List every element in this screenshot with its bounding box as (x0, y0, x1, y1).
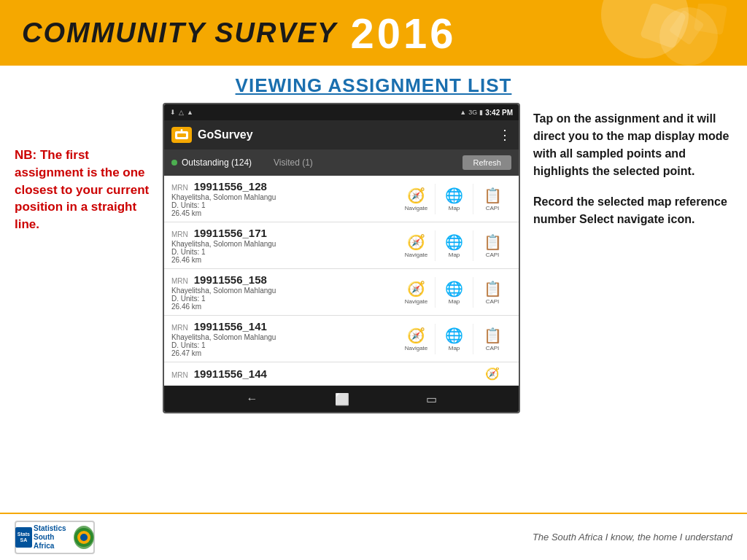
stats-text-block: StatsSA Statistics South Africa (15, 524, 69, 551)
assignment-actions-2: 🧭 Navigate 🌐 Map 📋 CAPI (398, 277, 511, 308)
signal-type: 3G (468, 109, 477, 116)
capi-icon-0: 📋 (484, 187, 502, 204)
map-btn-1[interactable]: 🌐 Map (436, 230, 473, 261)
stats-logo-box: StatsSA Statistics South Africa (15, 521, 95, 554)
status-right: ▲ 3G ▮ 3:42 PM (460, 109, 513, 117)
svg-point-5 (181, 129, 183, 131)
stats-blue-block: StatsSA (15, 527, 32, 548)
page-title: VIEWING ASSIGNMENT LIST (236, 74, 512, 96)
navigate-icon-3: 🧭 (407, 327, 425, 344)
tab-bar: Outstanding (124) Visited (1) Refresh (164, 149, 519, 176)
svg-rect-4 (177, 133, 186, 137)
footer-logo: StatsSA Statistics South Africa (15, 521, 95, 554)
navigate-btn-3[interactable]: 🧭 Navigate (398, 324, 436, 354)
main-content: VIEWING ASSIGNMENT LIST NB: The first as… (0, 66, 747, 513)
navigate-btn-1[interactable]: 🧭 Navigate (398, 230, 436, 261)
capi-icon-3: 📋 (484, 327, 502, 344)
outstanding-tab[interactable]: Outstanding (124) (182, 158, 252, 168)
assignment-info-0: MRN 19911556_128 Khayelitsha, Solomon Ma… (171, 180, 398, 217)
status-time: 3:42 PM (485, 109, 513, 117)
upload-icon: △ (179, 109, 184, 116)
phone-mockup: ⬇ △ ▲ ▲ 3G ▮ 3:42 PM (163, 103, 520, 413)
capi-btn-2[interactable]: 📋 CAPI (473, 277, 511, 308)
battery-icon: ▮ (479, 109, 483, 116)
assignment-mrn-3: MRN 19911556_141 (171, 320, 398, 332)
visited-tab[interactable]: Visited (1) (274, 158, 313, 168)
footer: StatsSA Statistics South Africa The Sout… (0, 513, 747, 560)
right-note-paragraph2: Record the selected map reference number… (533, 193, 732, 228)
assignment-mrn-1: MRN 19911556_171 (171, 227, 398, 239)
left-note-text: NB: The first assignment is the one clos… (15, 147, 150, 233)
assignment-item-2[interactable]: MRN 19911556_158 Khayelitsha, Solomon Ma… (164, 269, 519, 316)
app-header: GoSurvey ⋮ (164, 120, 519, 149)
navigate-icon-0: 🧭 (407, 187, 425, 204)
sa-coat-of-arms (74, 526, 94, 549)
wifi-icon: ▲ (187, 109, 193, 116)
navigate-icon-1: 🧭 (407, 233, 425, 251)
capi-btn-0[interactable]: 📋 CAPI (473, 184, 511, 214)
app-name: GoSurvey (198, 128, 253, 141)
page-title-wrap: VIEWING ASSIGNMENT LIST (0, 66, 747, 103)
assignment-item-4[interactable]: MRN 19911556_144 🧭 (164, 362, 519, 386)
status-icons-left: ⬇ △ ▲ (170, 109, 193, 116)
assignment-info-3: MRN 19911556_141 Khayelitsha, Solomon Ma… (171, 320, 398, 357)
assignment-item-3[interactable]: MRN 19911556_141 Khayelitsha, Solomon Ma… (164, 316, 519, 362)
assignment-actions-4: 🧭 (473, 364, 511, 384)
home-button[interactable]: ⬜ (335, 392, 349, 406)
app-logo-icon (171, 127, 192, 143)
map-icon-2: 🌐 (445, 280, 463, 298)
phone-status-bar: ⬇ △ ▲ ▲ 3G ▮ 3:42 PM (164, 104, 519, 120)
footer-tagline: The South Africa I know, the home I unde… (533, 532, 732, 542)
app-menu-dots[interactable]: ⋮ (498, 127, 511, 143)
capi-btn-3[interactable]: 📋 CAPI (473, 324, 511, 354)
assignment-actions-3: 🧭 Navigate 🌐 Map 📋 CAPI (398, 324, 511, 354)
map-btn-0[interactable]: 🌐 Map (436, 184, 473, 214)
assignment-mrn-2: MRN 19911556_158 (171, 273, 398, 286)
left-note: NB: The first assignment is the one clos… (15, 103, 150, 233)
map-icon-1: 🌐 (445, 233, 463, 251)
phone-nav-bar: ← ⬜ ▭ (164, 386, 519, 412)
header-title: COMMUNITY SURVEY (22, 18, 337, 49)
svg-rect-2 (694, 4, 727, 35)
content-row: NB: The first assignment is the one clos… (0, 103, 747, 513)
header-year: 2016 (350, 9, 456, 58)
capi-icon-1: 📋 (484, 233, 502, 251)
map-btn-2[interactable]: 🌐 Map (436, 277, 473, 308)
capi-icon-2: 📋 (484, 280, 502, 298)
assignment-actions-0: 🧭 Navigate 🌐 Map 📋 CAPI (398, 184, 511, 214)
navigate-icon-4: 🧭 (485, 367, 500, 381)
navigate-btn-0[interactable]: 🧭 Navigate (398, 184, 436, 214)
assignment-info-1: MRN 19911556_171 Khayelitsha, Solomon Ma… (171, 227, 398, 264)
header: COMMUNITY SURVEY 2016 (0, 0, 747, 66)
recent-button[interactable]: ▭ (426, 392, 437, 406)
map-btn-3[interactable]: 🌐 Map (436, 324, 473, 354)
navigate-icon-2: 🧭 (407, 280, 425, 298)
assignment-mrn-0: MRN 19911556_128 (171, 180, 398, 192)
refresh-button[interactable]: Refresh (462, 155, 511, 170)
download-icon: ⬇ (170, 109, 176, 116)
assignment-item-1[interactable]: MRN 19911556_171 Khayelitsha, Solomon Ma… (164, 222, 519, 269)
assignment-actions-1: 🧭 Navigate 🌐 Map 📋 CAPI (398, 230, 511, 261)
map-icon-0: 🌐 (445, 187, 463, 204)
assignment-info-4: MRN 19911556_144 (171, 368, 473, 380)
right-note-paragraph1: Tap on the assignment and it will direct… (533, 110, 732, 180)
map-icon-3: 🌐 (445, 327, 463, 344)
assignment-info-2: MRN 19911556_158 Khayelitsha, Solomon Ma… (171, 273, 398, 311)
header-decoration (601, 4, 732, 66)
assignment-item-0[interactable]: MRN 19911556_128 Khayelitsha, Solomon Ma… (164, 176, 519, 222)
right-note: Tap on the assignment and it will direct… (533, 103, 732, 228)
assignment-mrn-4: MRN 19911556_144 (171, 368, 473, 380)
assignment-list: MRN 19911556_128 Khayelitsha, Solomon Ma… (164, 176, 519, 386)
tab-dot (171, 160, 177, 166)
navigate-btn-2[interactable]: 🧭 Navigate (398, 277, 436, 308)
navigate-btn-4[interactable]: 🧭 (473, 364, 511, 384)
app-logo-area: GoSurvey (171, 127, 253, 143)
signal-strength: ▲ (460, 109, 466, 116)
back-button[interactable]: ← (247, 392, 258, 405)
capi-btn-1[interactable]: 📋 CAPI (473, 230, 511, 261)
svg-point-8 (80, 534, 88, 541)
